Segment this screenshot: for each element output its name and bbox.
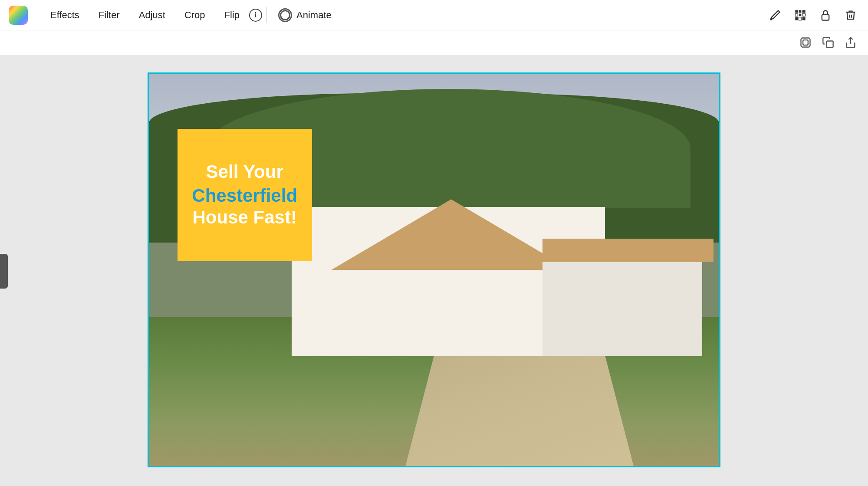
image-frame[interactable]: Sell Your Chesterfield House Fast! — [148, 72, 720, 467]
svg-rect-11 — [803, 40, 808, 45]
app-logo[interactable] — [9, 6, 28, 25]
nav-flip[interactable]: Flip — [215, 6, 249, 24]
trash-icon — [845, 9, 857, 21]
lock-button[interactable] — [817, 7, 834, 24]
toolbar-nav: Effects Filter Adjust Crop Flip i — [41, 6, 262, 24]
paintbrush-icon — [769, 9, 781, 21]
svg-rect-7 — [799, 17, 802, 20]
frame-icon — [799, 36, 812, 49]
animate-label: Animate — [296, 10, 332, 21]
animate-button[interactable]: Animate — [271, 5, 339, 26]
svg-rect-9 — [822, 14, 829, 20]
lock-icon — [819, 9, 832, 21]
checkerboard-icon — [794, 9, 806, 21]
copy-icon — [822, 36, 834, 49]
toolbar-right-icons — [766, 7, 859, 24]
svg-rect-2 — [802, 10, 806, 13]
garage-body — [542, 246, 702, 356]
secondary-toolbar — [0, 30, 868, 55]
svg-rect-1 — [799, 10, 802, 13]
svg-rect-12 — [827, 41, 833, 48]
share-icon — [845, 36, 857, 49]
text-overlay-box[interactable]: Sell Your Chesterfield House Fast! — [178, 129, 312, 261]
nav-effects[interactable]: Effects — [41, 6, 89, 24]
house-image: Sell Your Chesterfield House Fast! — [149, 74, 719, 466]
info-icon[interactable]: i — [249, 9, 262, 22]
frame-button[interactable] — [797, 34, 814, 51]
toolbar-divider — [266, 7, 267, 23]
copy-button[interactable] — [819, 34, 837, 51]
paintbrush-button[interactable] — [766, 7, 784, 24]
garage-roof — [542, 239, 713, 262]
checkerboard-button[interactable] — [792, 7, 809, 24]
svg-rect-10 — [801, 38, 810, 47]
nav-filter[interactable]: Filter — [89, 6, 129, 24]
svg-rect-8 — [802, 17, 806, 20]
share-button[interactable] — [842, 34, 859, 51]
nav-adjust[interactable]: Adjust — [129, 6, 175, 24]
overlay-line3: House Fast! — [193, 207, 297, 228]
svg-rect-5 — [802, 13, 806, 16]
left-panel-tab[interactable] — [0, 254, 8, 289]
overlay-line1: Sell Your — [206, 161, 283, 183]
svg-rect-6 — [795, 17, 798, 20]
canvas-area: Sell Your Chesterfield House Fast! — [0, 55, 868, 486]
overlay-line2: Chesterfield — [192, 185, 297, 207]
svg-rect-4 — [799, 13, 802, 16]
trash-button[interactable] — [842, 7, 859, 24]
main-toolbar: Effects Filter Adjust Crop Flip i Animat… — [0, 0, 868, 30]
svg-rect-3 — [795, 13, 798, 16]
svg-rect-0 — [795, 10, 798, 13]
nav-crop[interactable]: Crop — [175, 6, 215, 24]
animate-icon — [278, 8, 292, 22]
